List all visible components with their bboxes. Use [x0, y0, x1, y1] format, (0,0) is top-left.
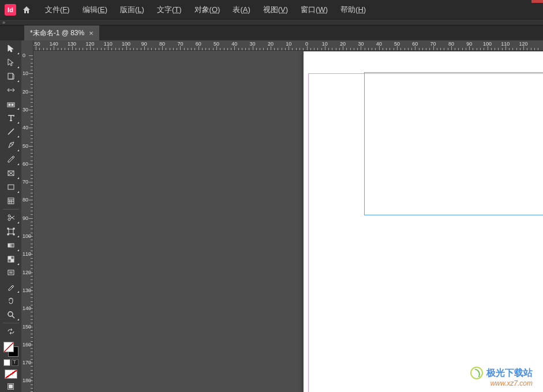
- vruler-label: 50: [23, 143, 28, 149]
- svg-line-16: [10, 216, 14, 219]
- zoom-tool-icon[interactable]: [2, 308, 20, 322]
- menu-table[interactable]: 表(A): [227, 2, 256, 17]
- menu-file[interactable]: 文件(F): [39, 2, 76, 17]
- vruler-label: 90: [23, 215, 28, 221]
- toolbox: ▣: [0, 40, 21, 392]
- svg-line-17: [10, 216, 14, 219]
- menu-layout[interactable]: 版面(L): [114, 2, 150, 17]
- svg-rect-24: [8, 256, 11, 259]
- format-text-icon[interactable]: [12, 359, 18, 366]
- swap-fill-stroke-icon[interactable]: [2, 324, 20, 338]
- line-tool-icon[interactable]: [2, 125, 20, 139]
- document-tab[interactable]: *未命名-1 @ 83% ×: [24, 25, 100, 40]
- hand-tool-icon[interactable]: [2, 294, 20, 308]
- svg-rect-23: [8, 244, 14, 247]
- menu-window[interactable]: 窗口(W): [295, 2, 334, 17]
- free-transform-tool-icon[interactable]: [2, 225, 20, 238]
- format-container-text-toggle[interactable]: [3, 359, 18, 366]
- scissors-tool-icon[interactable]: [2, 211, 20, 225]
- svg-rect-19: [8, 228, 9, 229]
- content-collector-tool-icon[interactable]: [2, 97, 20, 111]
- pencil-tool-icon[interactable]: [2, 152, 20, 166]
- vruler-label: 80: [23, 197, 28, 203]
- vruler-label: 20: [23, 89, 28, 95]
- vruler-label: 40: [23, 125, 28, 130]
- screen-mode-icon[interactable]: ▣: [7, 381, 14, 390]
- tool-separator: [3, 209, 19, 210]
- svg-point-14: [8, 215, 10, 217]
- selection-tool-icon[interactable]: [2, 42, 20, 55]
- gradient-feather-tool-icon[interactable]: [2, 252, 20, 266]
- menu-view[interactable]: 视图(V): [257, 2, 294, 17]
- fill-stroke-swatch[interactable]: [2, 341, 20, 358]
- table-tool-icon[interactable]: [2, 194, 20, 208]
- apply-none-icon[interactable]: [5, 369, 17, 379]
- document-tabbar: *未命名-1 @ 83% ×: [0, 25, 543, 40]
- vruler-label: 10: [23, 70, 28, 76]
- svg-rect-0: [8, 73, 13, 79]
- menu-help[interactable]: 帮助(H): [335, 2, 372, 17]
- vruler-label: 70: [23, 179, 28, 185]
- tab-close-icon[interactable]: ×: [89, 29, 93, 38]
- gap-tool-icon[interactable]: [2, 83, 20, 97]
- tool-separator: [3, 323, 19, 323]
- direct-selection-tool-icon[interactable]: [2, 55, 20, 69]
- svg-rect-9: [8, 198, 14, 204]
- expand-chevron-icon[interactable]: »: [2, 20, 5, 25]
- format-container-icon[interactable]: [3, 359, 10, 366]
- type-tool-icon[interactable]: [2, 111, 20, 125]
- menu-type[interactable]: 文字(T): [151, 2, 188, 17]
- vertical-ruler[interactable]: 0102030405060708090100110120130140150160…: [21, 40, 33, 392]
- fill-swatch[interactable]: [3, 342, 14, 352]
- document-page[interactable]: 文字是人类用表义符号记录表达信息以传之久远的方式和工具。现代文字多是记录语言的工…: [304, 51, 543, 392]
- svg-point-15: [8, 218, 10, 221]
- svg-rect-8: [8, 185, 14, 189]
- svg-rect-3: [12, 104, 13, 106]
- menu-edit[interactable]: 编辑(E): [77, 2, 113, 17]
- svg-rect-27: [8, 259, 11, 262]
- svg-rect-28: [8, 270, 14, 275]
- rectangle-frame-tool-icon[interactable]: [2, 166, 20, 180]
- gradient-swatch-tool-icon[interactable]: [2, 238, 20, 252]
- vruler-label: 60: [23, 161, 28, 167]
- page-tool-icon[interactable]: [2, 69, 20, 83]
- svg-rect-25: [11, 259, 14, 262]
- svg-rect-21: [8, 234, 9, 235]
- hruler-label: 150: [33, 41, 40, 47]
- canvas[interactable]: 1501401301201101009080706050403020100102…: [33, 40, 543, 392]
- vruler-label: 30: [23, 107, 28, 113]
- home-icon[interactable]: [21, 4, 32, 16]
- rectangle-tool-icon[interactable]: [2, 180, 20, 194]
- vruler-label: 0: [23, 53, 25, 58]
- app-icon: Id: [5, 4, 16, 16]
- svg-line-32: [12, 316, 14, 318]
- svg-rect-20: [13, 228, 14, 229]
- window-close-icon[interactable]: [531, 0, 543, 3]
- svg-line-4: [8, 129, 14, 135]
- tab-title: *未命名-1 @ 83%: [30, 28, 84, 38]
- menubar: Id 文件(F) 编辑(E) 版面(L) 文字(T) 对象(O) 表(A) 视图…: [0, 0, 543, 20]
- text-frame[interactable]: 文字是人类用表义符号记录表达信息以传之久远的方式和工具。现代文字多是记录语言的工…: [364, 72, 543, 215]
- svg-point-31: [8, 312, 13, 316]
- eyedropper-tool-icon[interactable]: [2, 280, 20, 294]
- menu-object[interactable]: 对象(O): [189, 2, 226, 17]
- control-strip: »: [0, 20, 543, 25]
- svg-rect-2: [9, 104, 10, 106]
- workspace: ▣ 01020304050607080901001101201301401501…: [0, 40, 543, 392]
- svg-rect-22: [13, 234, 14, 235]
- svg-rect-26: [11, 256, 14, 259]
- pen-tool-icon[interactable]: [2, 139, 20, 152]
- note-tool-icon[interactable]: [2, 266, 20, 280]
- horizontal-ruler[interactable]: 1501401301201101009080706050403020100102…: [33, 40, 543, 51]
- svg-rect-18: [9, 229, 13, 234]
